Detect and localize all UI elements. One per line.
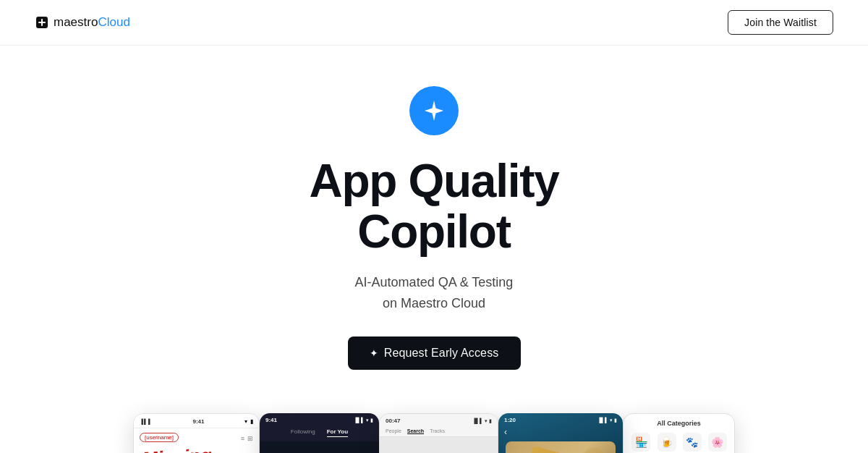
screenshots-section: ▐▌▌ 9:41 ▾ ▮ [username] ≡ ⊞ Missing user… [0, 399, 868, 453]
status-bar: 1:20 ▐▌▌ ▾ ▮ [498, 413, 623, 427]
screenshot-categories: All Categories 🏪 Convenience 🍺 Alcohol 🐾… [623, 413, 735, 453]
status-bar: 9:41 ▐▌▌ ▾ ▮ [260, 413, 379, 426]
missing-annotation: Missing user name [142, 444, 255, 453]
logo: maestroCloud [35, 15, 130, 30]
category-pet-supplies: 🐾 Pet Supplies [681, 433, 703, 453]
hero-section: App Quality Copilot AI-Automated QA & Te… [0, 46, 868, 399]
send-icon: ✦ [370, 347, 378, 359]
hero-subtitle: AI-Automated QA & Testing on Maestro Clo… [355, 272, 514, 314]
wifi-icon: ▾ [366, 418, 369, 423]
username-annotation: [username] [140, 433, 179, 442]
convenience-icon: 🏪 [631, 433, 650, 452]
screenshot-music-player: 1:20 ▐▌▌ ▾ ▮ ‹ Analogue 0:06 ▶ [498, 413, 623, 453]
screenshot-social-profile: ▐▌▌ 9:41 ▾ ▮ [username] ≡ ⊞ Missing user… [133, 413, 260, 453]
profile-content: [username] ≡ ⊞ Missing user name Emily J… [134, 428, 259, 453]
request-early-access-button[interactable]: ✦ Request Early Access [348, 336, 521, 370]
wifi-icon: ▾ [244, 418, 247, 425]
music-body: Analogue 0:06 ▶ [498, 441, 623, 453]
categories-header: All Categories [624, 414, 734, 430]
menu-icon: ≡ [241, 435, 244, 442]
status-icons: ▐▌▌ ▾ ▮ [472, 418, 492, 424]
status-icons: ▐▌▌ ▾ ▮ [354, 418, 373, 423]
maestro-logo-icon [35, 15, 49, 30]
top-icons: ▾ ▮ [244, 418, 253, 425]
time-display: 00:47 [386, 418, 400, 424]
grid-icon: ⊞ [247, 435, 253, 442]
categories-grid-1: 🏪 Convenience 🍺 Alcohol 🐾 Pet Supplies 🌸… [624, 430, 734, 453]
status-bar: ▐▌▌ 9:41 ▾ ▮ [134, 414, 259, 428]
flowers-icon: 🌸 [708, 433, 727, 452]
time-display: 9:41 [265, 417, 277, 423]
logo-text: maestroCloud [54, 15, 130, 30]
tab-active: Search [407, 428, 424, 434]
star-sparkle-icon [421, 98, 447, 124]
back-icon[interactable]: ‹ [504, 427, 507, 437]
album-thumbnail [506, 441, 616, 453]
category-convenience: 🏪 Convenience [629, 433, 652, 453]
time-display: 1:20 [504, 417, 516, 423]
tab-for-you[interactable]: For You [327, 428, 348, 437]
signal-icon: ▐▌▌ [597, 418, 608, 423]
waitlist-button[interactable]: Join the Waitlist [728, 10, 833, 35]
battery-icon: ▮ [489, 418, 492, 424]
tab-people: People [386, 428, 401, 434]
signal-icon: ▐▌▌ [354, 418, 365, 423]
signal-icon: ▐▌▌ [140, 419, 153, 424]
album-body: No cover image [380, 437, 498, 453]
status-icons: ▐▌▌ ▾ ▮ [597, 418, 617, 423]
tab-tracks: Tracks [430, 428, 445, 434]
navbar: maestroCloud Join the Waitlist [0, 0, 868, 46]
decor-circle [583, 448, 605, 453]
time-display: 9:41 [192, 418, 204, 425]
signal-icon: ▐▌▌ [472, 418, 483, 423]
tab-following[interactable]: Following [291, 428, 315, 437]
category-alcohol: 🍺 Alcohol [655, 433, 678, 453]
wifi-icon: ▾ [485, 418, 488, 424]
alcohol-icon: 🍺 [658, 433, 676, 452]
battery-icon: ▮ [614, 418, 617, 423]
hero-icon-circle [409, 86, 459, 135]
svg-rect-2 [41, 19, 43, 26]
hero-title: App Quality Copilot [309, 156, 558, 258]
mini-tabs: People Search Tracks [380, 426, 498, 437]
screenshot-tiktok-feed: 9:41 ▐▌▌ ▾ ▮ Following For You No like b… [260, 413, 379, 453]
feed-body: No like button [260, 441, 379, 453]
battery-icon: ▮ [370, 418, 373, 423]
category-flowers: 🌸 Flowers [706, 433, 728, 453]
pet-supplies-icon: 🐾 [683, 433, 702, 452]
screenshot-album-cover: 00:47 ▐▌▌ ▾ ▮ People Search Tracks No co… [379, 413, 498, 453]
wifi-icon: ▾ [610, 418, 613, 423]
feed-tabs: Following For You [260, 426, 379, 441]
battery-icon: ▮ [250, 418, 253, 425]
status-bar: 00:47 ▐▌▌ ▾ ▮ [380, 414, 498, 426]
